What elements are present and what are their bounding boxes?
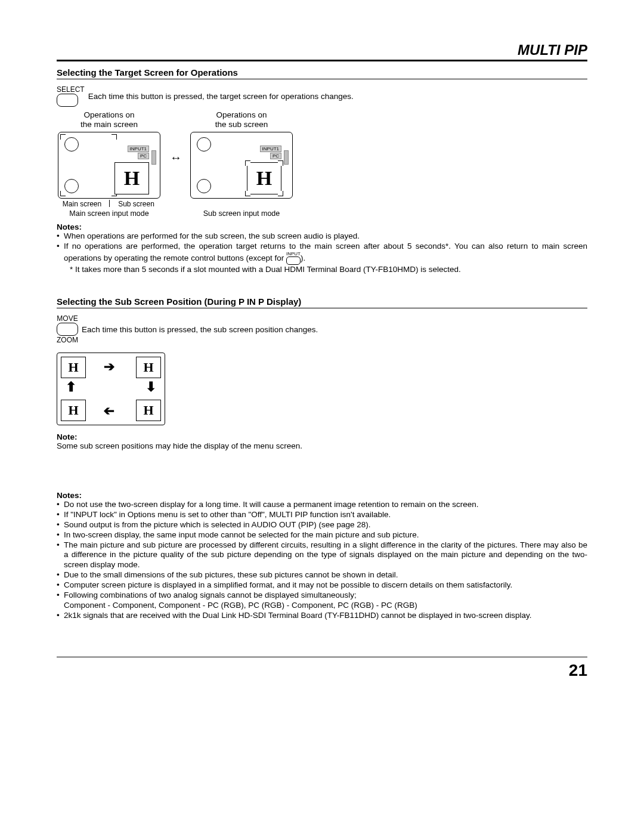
- diag-left-caption: Operations on the main screen: [80, 110, 138, 129]
- zoom-label: ZOOM: [57, 336, 78, 344]
- s3-note-6: Computer screen picture is displayed in …: [64, 580, 587, 591]
- s3-note-2: Sound output is from the picture which i…: [64, 520, 587, 530]
- move-label: MOVE: [57, 314, 78, 323]
- target-screen-diagram: Operations on the main screen INPUT1 PC …: [57, 110, 587, 218]
- arrow-down-icon: ⬇: [145, 379, 156, 395]
- s1-note-1: If no operations are performed, the oper…: [64, 242, 587, 265]
- pip-tl: H: [61, 357, 86, 378]
- input1-label-r: INPUT1: [260, 146, 281, 152]
- main-screen-label: Main screen: [57, 200, 107, 208]
- arrow-right-icon: ➔: [104, 359, 114, 375]
- select-button-icon: [57, 94, 78, 107]
- s3-note-1: If "INPUT lock" in Options menu is set t…: [64, 510, 587, 520]
- input-button-icon: INPUT: [286, 252, 301, 265]
- select-label: SELECT: [57, 85, 85, 94]
- s3-note-3: In two-screen display, the same input mo…: [64, 530, 587, 540]
- s1-star-note: * It takes more than 5 seconds if a slot…: [70, 265, 587, 275]
- speaker-icon: [284, 150, 289, 165]
- note-heading-2: Note:: [57, 432, 587, 441]
- pip-br: H: [136, 400, 161, 421]
- swap-arrow-icon: ↔: [166, 151, 185, 165]
- main-screen-frame: INPUT1 PC H: [58, 132, 160, 199]
- sub-screen-frame: INPUT1 PC H: [190, 132, 293, 199]
- page-number: 21: [57, 657, 587, 680]
- sub-screen-label: Sub screen: [111, 200, 162, 208]
- input1-label: INPUT1: [128, 146, 149, 152]
- s3-note-4: The main picture and sub picture are pro…: [64, 540, 587, 571]
- pip-bl: H: [61, 400, 86, 421]
- s3-note-7: Following combinations of two analog sig…: [64, 591, 587, 611]
- pip-h-r: H: [256, 167, 272, 190]
- notes-heading-3: Notes:: [57, 491, 587, 500]
- select-description: Each time this button is pressed, the ta…: [88, 92, 354, 101]
- main-mode-caption: Main screen input mode: [69, 209, 148, 218]
- pip-tr: H: [136, 357, 161, 378]
- s2-note-text: Some sub screen positions may hide the d…: [57, 441, 587, 450]
- diag-right-caption: Operations on the sub screen: [215, 110, 268, 129]
- move-zoom-button-icon: [57, 323, 78, 336]
- section1-title: Selecting the Target Screen for Operatio…: [57, 67, 587, 79]
- pc-label: PC: [138, 153, 149, 159]
- notes-heading-1: Notes:: [57, 222, 587, 231]
- pip-h: H: [124, 167, 140, 190]
- page-header: MULTI PIP: [57, 42, 587, 61]
- s3-note-5: Due to the small dimensions of the sub p…: [64, 570, 587, 580]
- s1-note-0: When operations are performed for the su…: [64, 231, 587, 242]
- s3-note-0: Do not use the two-screen display for a …: [64, 500, 587, 510]
- arrow-up-icon: ⬆: [66, 379, 76, 395]
- move-description: Each time this button is pressed, the su…: [82, 325, 318, 334]
- s3-note-8: 2k1k signals that are received with the …: [64, 611, 587, 621]
- pip-position-cycle: H H H H ➔ ⬇ ➔ ⬆: [57, 353, 165, 425]
- sub-mode-caption: Sub screen input mode: [203, 209, 280, 218]
- pc-label-r: PC: [270, 153, 281, 159]
- arrow-left-icon: ➔: [104, 403, 114, 419]
- speaker-icon: [151, 150, 156, 165]
- section2-title: Selecting the Sub Screen Position (Durin…: [57, 296, 587, 308]
